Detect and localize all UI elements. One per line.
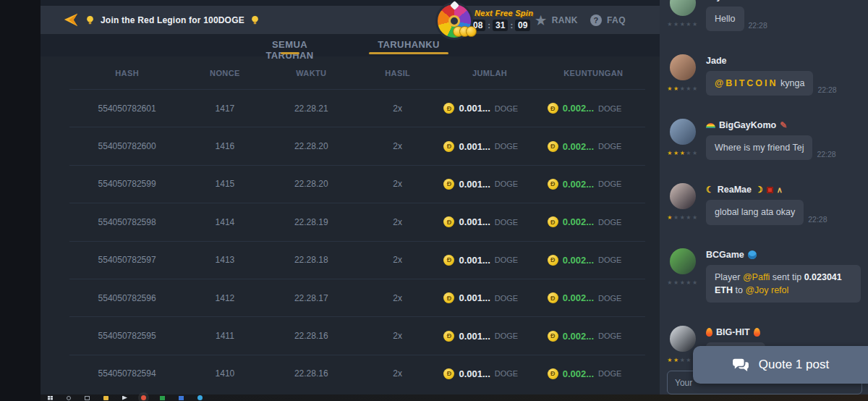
bet-nonce: 1415	[184, 179, 265, 189]
avatar[interactable]	[670, 248, 696, 274]
excel-icon[interactable]	[160, 396, 165, 400]
bet-profit: Ð 0.002... DOGE	[542, 255, 645, 266]
chat-username[interactable]: BigGayKomo✎	[706, 120, 861, 130]
rainbow-icon	[706, 123, 715, 128]
table-row[interactable]: 554050782601 1417 22.28.21 2x Ð 0.001...…	[69, 89, 645, 127]
rank-label: RANK	[552, 15, 578, 25]
faq-icon: ?	[590, 14, 602, 26]
bet-amount: Ð 0.001... DOGE	[438, 255, 541, 266]
bet-profit: Ð 0.002... DOGE	[542, 331, 645, 342]
doge-coin-icon: Ð	[443, 292, 454, 303]
rank-star-icon: ★	[535, 14, 547, 26]
chat-bubble: Hello	[706, 7, 744, 31]
fire-icon	[706, 328, 712, 337]
moon-left-icon: ☾	[706, 185, 714, 194]
chat-bubble: @BITCOIN kynga	[706, 71, 813, 96]
rank-button[interactable]: ★ RANK	[535, 14, 578, 26]
bet-profit: Ð 0.002... DOGE	[542, 179, 645, 190]
table-row[interactable]: 554050782598 1414 22.28.19 2x Ð 0.001...…	[69, 203, 645, 240]
table-row[interactable]: 554050782596 1412 22.28.17 2x Ð 0.001...…	[69, 279, 645, 316]
currency-label: DOGE	[598, 104, 621, 113]
faq-label: FAQ	[607, 15, 626, 25]
currency-label: DOGE	[495, 142, 518, 151]
doge-coin-icon: Ð	[548, 141, 558, 152]
tab-active-underline	[369, 52, 448, 54]
bet-time: 22.28.20	[265, 141, 357, 151]
table-row[interactable]: 554050782599 1415 22.28.20 2x Ð 0.001...…	[69, 165, 645, 203]
chat-username[interactable]: Jade	[706, 56, 861, 66]
wheel-pointer	[450, 1, 459, 10]
bet-hash: 554050782595	[69, 331, 184, 341]
doge-coin-icon: Ð	[548, 255, 558, 266]
doge-coin-icon: Ð	[443, 103, 454, 114]
tab-underline-fragment	[281, 52, 299, 54]
bet-nonce: 1413	[184, 255, 265, 265]
chat-message: ★★★★★BCGamePlayer @Paffi sent tip 0.0230…	[667, 248, 861, 303]
spin-timer: 08 : 31 : 09	[470, 20, 533, 31]
currency-label: DOGE	[495, 332, 518, 340]
bet-amount: Ð 0.001... DOGE	[438, 216, 541, 227]
search-icon[interactable]	[67, 396, 71, 400]
bet-result: 2x	[357, 255, 438, 265]
launcher-icon[interactable]	[122, 396, 127, 400]
user-level-stars: ★★★★★	[667, 215, 698, 221]
chat-bubble: Where is my friend Tej	[706, 135, 812, 160]
doge-coin-icon: Ð	[443, 331, 454, 342]
avatar[interactable]	[670, 119, 696, 145]
table-row[interactable]: 554050782594 1410 22.28.16 2x Ð 0.001...…	[69, 355, 645, 392]
chat-username[interactable]: Joy refol	[706, 0, 861, 1]
column-hash: HASH	[69, 69, 184, 77]
bet-time: 22.28.20	[265, 179, 357, 189]
tab-semua-taruhan[interactable]: SEMUA TARUHAN	[248, 39, 331, 61]
quote-post-button[interactable]: Quote 1 post	[693, 346, 868, 384]
chat-username[interactable]: BCGame	[706, 250, 861, 260]
anger-icon	[767, 187, 773, 193]
table-row[interactable]: 554050782600 1416 22.28.20 2x Ð 0.001...…	[69, 127, 645, 164]
chat-bubble: Player @Paffi sent tip 0.023041 ETH to @…	[706, 265, 861, 303]
avatar[interactable]	[670, 326, 696, 352]
avatar[interactable]	[670, 183, 696, 209]
windows-start-icon[interactable]	[48, 396, 53, 400]
user-level-stars: ★★★★★	[667, 151, 698, 156]
bet-amount: Ð 0.001... DOGE	[438, 179, 541, 190]
bet-profit: Ð 0.002... DOGE	[542, 292, 645, 303]
wheel-hub	[448, 15, 460, 27]
currency-label: DOGE	[598, 332, 621, 340]
robot-icon	[748, 250, 757, 259]
app-window-icon[interactable]	[179, 396, 184, 400]
bets-tabs: SEMUA TARUHAN TARUHANKU	[41, 34, 660, 56]
bet-nonce: 1414	[184, 217, 265, 227]
bet-amount: Ð 0.001... DOGE	[438, 368, 541, 379]
doge-coin-icon: Ð	[443, 216, 454, 227]
column-keuntungan: KEUNTUNGAN	[542, 69, 645, 77]
bet-nonce: 1411	[184, 331, 265, 341]
bet-hash: 554050782596	[69, 293, 184, 303]
bet-hash: 554050782599	[69, 179, 184, 189]
next-free-spin[interactable]: Next Free Spin 08 : 31 : 09	[475, 9, 533, 31]
megaphone-icon	[62, 12, 80, 28]
chat-timestamp: 22:28	[817, 85, 836, 96]
avatar[interactable]	[670, 0, 696, 16]
quote-post-label: Quote 1 post	[759, 358, 829, 372]
tab-taruhanku[interactable]: TARUHANKU	[376, 39, 441, 50]
chrome-icon[interactable]	[141, 395, 146, 400]
column-waktu: WAKTU	[265, 69, 357, 77]
folder-icon[interactable]	[103, 396, 109, 400]
bet-hash: 554050782601	[69, 104, 184, 114]
table-row[interactable]: 554050782597 1413 22.28.18 2x Ð 0.001...…	[69, 241, 645, 279]
chat-username[interactable]: BIG-HIT	[706, 327, 861, 337]
currency-label: DOGE	[495, 218, 518, 227]
doge-coin-icon: Ð	[443, 255, 454, 266]
table-row[interactable]: 554050782595 1411 22.28.16 2x Ð 0.001...…	[69, 316, 645, 354]
column-jumlah: JUMLAH	[438, 69, 541, 77]
skype-icon[interactable]	[197, 395, 203, 400]
chat-username[interactable]: ☾ReaMae☽∧	[706, 185, 861, 195]
task-view-icon[interactable]	[85, 396, 90, 400]
announcement[interactable]: Join the Red Legion for 100DOGE	[62, 12, 259, 28]
bet-amount: Ð 0.001... DOGE	[438, 292, 541, 303]
avatar[interactable]	[670, 54, 696, 80]
faq-button[interactable]: ? FAQ	[590, 14, 626, 26]
moon-right-icon: ☽	[755, 185, 763, 194]
bet-profit: Ð 0.002... DOGE	[542, 368, 645, 379]
bet-time: 22.28.17	[265, 293, 357, 303]
